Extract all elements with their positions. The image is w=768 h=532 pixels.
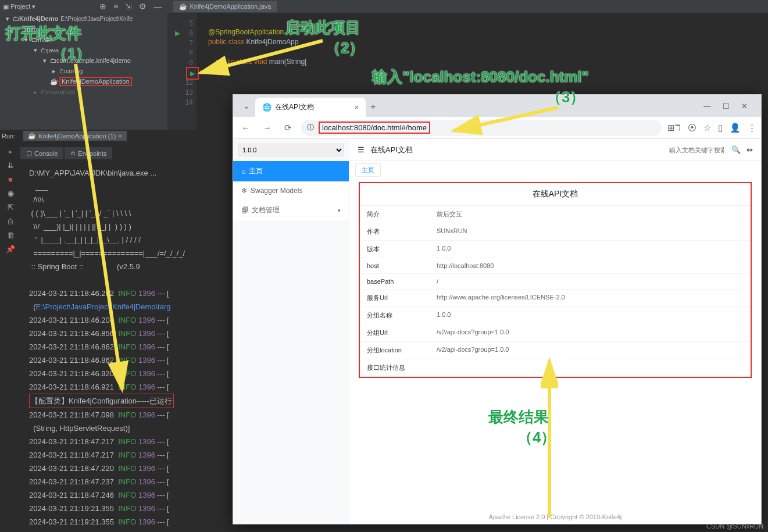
menu-icon[interactable]: ⋮ [748,123,756,133]
doc-search-input[interactable] [667,145,726,155]
browser-tab-strip: ⌄ 🌐 在线API文档 × + — ☐ ✕ [233,95,761,117]
doc-row: hosthttp://localhost:8080 [360,258,751,274]
sidebar-item-home[interactable]: ⌂ 主页 [233,161,349,181]
target-icon[interactable]: ⊕ [99,2,106,11]
doc-row: basePath/ [360,274,751,290]
export-icon[interactable]: ⇱ [8,203,14,212]
tree-icon[interactable]: ≡ [113,2,118,11]
app-file-row[interactable]: ☕Knife4jDemoApplication [0,76,167,87]
rerun-icon[interactable]: ▸ [9,147,13,156]
project-tree[interactable]: ▾🗀 Knife4jDemo E:\Project\JavaProject\Kn… [0,13,167,130]
url-text: localhost:8080/doc.html#/home [319,122,430,134]
run-label: Run: [2,133,15,140]
watermark: CSDN @SUNxRUN [706,523,763,530]
camera-icon[interactable]: ◉ [8,189,14,198]
editor-tab[interactable]: ☕ Knife4jDemoApplication.java [173,1,277,12]
run-config-tab[interactable]: ☕ Knife4jDemoApplication (1) × [23,131,127,141]
top-icons: ⊕ ≡ ⇲ ⚙ — [99,2,162,11]
run-icon[interactable]: ▶ [175,29,180,37]
profile-icon[interactable]: 👤 [730,123,741,133]
browser-window: ⌄ 🌐 在线API文档 × + — ☐ ✕ ← → ⟳ ⓘ localhost:… [233,94,762,524]
endpoints-tab[interactable]: ⋔ Endpoints [65,147,112,159]
doc-panel: 在线API文档 简介前后交互作者SUNxRUN版本1.0.0hosthttp:/… [359,182,752,378]
close-tab-icon[interactable]: × [355,103,359,112]
config-highlight: 【配置类】Knife4jConfiguration-----已运行 [29,394,174,408]
doc-row: 版本1.0.0 [360,241,751,258]
sidebar-item-docmgr[interactable]: 🗐 文档管理▾ [233,200,349,220]
lang-icon[interactable]: ⇔ [746,145,753,154]
print-icon[interactable]: ⎙ [8,217,13,226]
info-icon[interactable]: ⓘ [307,123,314,133]
doc-row: 分组location/v2/api-docs?group=1.0.0 [360,342,751,359]
browser-tab[interactable]: 🌐 在线API文档 × [255,98,366,117]
reload-button[interactable]: ⟳ [281,123,295,133]
content-tab-home[interactable]: 主页 [355,163,381,177]
bookmark-icon[interactable]: ☆ [703,123,711,133]
knife4j-title: 在线API文档 [370,145,413,155]
console-tab[interactable]: ▢ Console [20,147,63,159]
address-bar[interactable]: ⓘ localhost:8080/doc.html#/home [301,120,662,136]
sidebar-item-swagger[interactable]: ❄ Swagger Models [233,181,349,200]
maximize-button[interactable]: ☐ [723,102,730,110]
run-gutter-highlight[interactable]: ▶ [186,67,199,80]
minimize-button[interactable]: — [703,102,711,110]
panel-icon[interactable]: ▯ [718,123,723,133]
tab-search-icon[interactable]: ⌄ [238,101,255,110]
doc-row: 作者SUNxRUN [360,223,751,241]
knife4j-sidebar: 1.0.0 ⌂ 主页 ❄ Swagger Models 🗐 文档管理▾ [233,139,349,524]
doc-row: 简介前后交互 [360,206,751,223]
version-select[interactable]: 1.0.0 [238,144,344,156]
doc-panel-title: 在线API文档 [360,183,751,206]
globe-icon: 🌐 [262,103,272,112]
close-window-button[interactable]: ✕ [741,102,748,110]
browser-tab-title: 在线API文档 [275,102,314,112]
editor-tab-label: Knife4jDemoApplication.java [190,3,271,10]
knife4j-main: ☰ 在线API文档 🔍 ⇔ 主页 在线API文档 简介前后交互作者SUNxRUN… [349,139,761,524]
pin-icon[interactable]: 📌 [6,245,15,253]
java-icon: ☕ [179,3,187,10]
search-icon[interactable]: 🔍 [731,145,741,154]
new-tab-button[interactable]: + [366,97,380,117]
translate-icon[interactable]: ⊞ℸ [667,123,681,133]
run-tool-icon[interactable]: ⇊ [8,161,14,170]
doc-row: 接口统计信息 [360,359,751,377]
doc-row: 分组Url/v2/api-docs?group=1.0.0 [360,324,751,342]
hide-icon[interactable]: — [153,2,162,11]
browser-toolbar: ← → ⟳ ⓘ localhost:8080/doc.html#/home ⊞ℸ… [233,117,761,139]
lens-icon[interactable]: ⦿ [688,123,696,133]
run-toolbar: ▸ ⇊ ■ ◉ ⇱ ⎙ 🗑 📌 [3,147,18,253]
gear-icon[interactable]: ⚙ [139,2,147,11]
stop-icon[interactable]: ■ [8,175,13,184]
ide-toolbar: ▣ Project ▾ ⊕ ≡ ⇲ ⚙ — ☕ Knife4jDemoAppli… [0,0,768,13]
knife4j-footer: Apache License 2.0 | Copyright © 2019-Kn… [349,513,761,520]
trash-icon[interactable]: 🗑 [7,231,15,240]
project-dropdown[interactable]: ▣ Project ▾ [3,3,35,10]
back-button[interactable]: ← [238,123,253,133]
doc-row: 服务Urlhttp://www.apache.org/licenses/LICE… [360,290,751,307]
forward-button[interactable]: → [259,123,275,133]
collapse-icon[interactable]: ⇲ [125,2,132,11]
menu-toggle-icon[interactable]: ☰ [358,145,365,154]
doc-row: 分组名称1.0.0 [360,307,751,324]
knife4j-header: ☰ 在线API文档 🔍 ⇔ [349,139,761,161]
